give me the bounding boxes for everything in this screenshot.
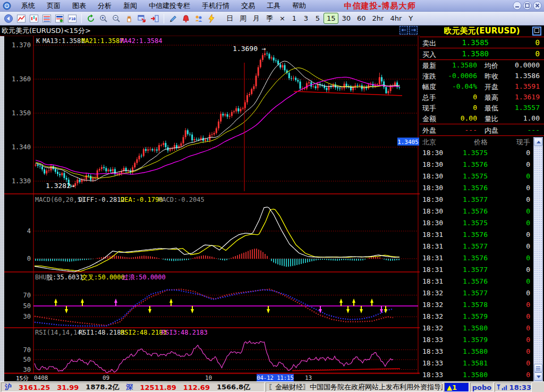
period-button-月[interactable]: 月 <box>250 12 263 25</box>
period-button-周[interactable]: 周 <box>236 12 250 25</box>
tick-row[interactable]: 18:301.35750 <box>420 171 544 182</box>
menu-item[interactable]: 页面 <box>41 0 66 12</box>
quote-label: 最低 <box>484 104 498 113</box>
period-button-60[interactable]: 60 <box>354 13 369 24</box>
left-border-strip <box>0 36 4 381</box>
quote-board-icon <box>55 14 64 23</box>
tick-row[interactable]: 18:321.35780 <box>420 299 544 311</box>
toolbar-zoom-out-button[interactable] <box>110 13 123 24</box>
tick-row[interactable]: 18:321.35800 <box>420 322 544 334</box>
menu-item[interactable]: 交易 <box>235 0 261 12</box>
toolbar-refresh-button[interactable] <box>84 13 97 24</box>
menu-item[interactable]: 帮助 <box>286 0 312 12</box>
menu-item[interactable]: 分析 <box>92 0 117 12</box>
menu-item[interactable]: 中信建投专栏 <box>143 0 196 12</box>
tick-price: 1.3576 <box>450 231 488 238</box>
quote-value: 1.3557 <box>497 104 540 112</box>
outer-inner-row: 外盘 --- 内盘 --- <box>420 125 544 135</box>
tick-row[interactable]: 18:331.35790 <box>420 334 544 346</box>
tick-price: 1.3581 <box>450 359 488 367</box>
toolbar-flash-button[interactable] <box>205 13 218 24</box>
quote-label: 昨收 <box>484 72 498 81</box>
panel-restore-icon[interactable] <box>532 27 541 36</box>
period-button-季[interactable]: 季 <box>263 12 276 25</box>
tick-row[interactable]: 18:331.35810 <box>420 357 544 369</box>
period-button-30[interactable]: 30 <box>338 13 354 24</box>
period-button-×[interactable]: × <box>276 13 288 24</box>
toolbar-hand-button[interactable] <box>123 13 135 24</box>
tick-row[interactable]: 18:301.35750 <box>420 217 544 229</box>
toolbar-alarm-button[interactable] <box>180 13 192 24</box>
index-ticker-section: 沪 3161.25 31.99 1878.2亿 深 12511.89 112.6… <box>1 382 265 392</box>
prev-page-icon[interactable]: ← <box>400 26 408 35</box>
toolbar-zoom-in-button[interactable] <box>97 13 110 24</box>
toolbar-jump-panel-button[interactable] <box>148 13 161 24</box>
alert-badge[interactable]: ▲1 <box>444 382 469 392</box>
tick-row[interactable]: 18:301.35770 <box>420 194 544 206</box>
toolbar-back-button[interactable] <box>2 13 15 24</box>
period-button-2hr[interactable]: 2hr <box>369 13 387 24</box>
tick-row[interactable]: 18:331.35800 <box>420 346 544 357</box>
scroll-menu-icon[interactable] <box>534 364 542 372</box>
toolbar-f10-button[interactable]: F10 <box>66 13 79 24</box>
tick-row[interactable]: 18:301.35760 <box>420 182 544 194</box>
period-button-1[interactable]: 1 <box>288 13 300 24</box>
tick-row[interactable]: 18:311.35760 <box>420 252 544 264</box>
minimize-button[interactable] <box>513 1 522 10</box>
quote-row: 总手0最高1.3619 <box>420 92 544 103</box>
tick-row[interactable]: 18:311.35770 <box>420 241 544 252</box>
tick-row[interactable]: 18:311.35760 <box>420 229 544 241</box>
outer-label: 外盘 <box>422 126 436 135</box>
tick-row[interactable]: 18:321.35770 <box>420 287 544 299</box>
tick-scrollbar[interactable] <box>533 137 543 381</box>
close-button[interactable] <box>533 1 542 10</box>
tick-col-price: 价格 <box>450 138 488 147</box>
tick-row[interactable]: 18:301.35760 <box>420 206 544 217</box>
menu-item[interactable]: 图表 <box>66 0 92 12</box>
tick-row[interactable]: 18:311.35770 <box>420 264 544 276</box>
period-button-4hr[interactable]: 4hr <box>387 13 405 24</box>
tick-row[interactable]: 18:321.35790 <box>420 311 544 322</box>
menu-item[interactable]: 工具 <box>261 0 286 12</box>
toolbar-window-switch-button[interactable] <box>135 13 148 24</box>
toolbar-users-button[interactable] <box>192 13 205 24</box>
toolbar-quote-list-button[interactable] <box>40 13 53 24</box>
svg-text:BHU: BHU <box>35 274 47 281</box>
period-button-3[interactable]: 3 <box>300 13 312 24</box>
scroll-up-icon[interactable] <box>534 138 542 146</box>
period-button-5[interactable]: 5 <box>312 13 324 24</box>
news-ticker[interactable]: 〖金融财经〗中国国务院在政府网站上发布利用外资指导原则 <box>266 382 443 392</box>
toolbar-line-chart-button[interactable] <box>15 13 28 24</box>
tick-row[interactable]: 18:311.35760 <box>420 276 544 287</box>
next-page-icon[interactable]: → <box>409 26 418 35</box>
tick-time: 18:31 <box>422 277 443 285</box>
toolbar-candle-chart-button[interactable] <box>28 13 40 24</box>
buy-row[interactable]: 买入 1.3580 0 <box>420 48 544 60</box>
sell-row[interactable]: 卖出 1.3585 0 <box>420 37 544 48</box>
quote-value: 0 <box>439 93 477 101</box>
menu-item[interactable]: 手机行情 <box>196 0 235 12</box>
sh-label: 沪 <box>5 382 12 392</box>
svg-text:1.370: 1.370 <box>12 41 31 49</box>
period-button-日[interactable]: 日 <box>223 12 236 25</box>
menu-item[interactable]: 新闻 <box>117 0 143 12</box>
menu-item[interactable]: 系统 <box>15 0 41 12</box>
tick-row[interactable]: 18:331.35800 <box>420 369 544 381</box>
period-button-15[interactable]: 15 <box>324 13 339 24</box>
scroll-down-icon[interactable] <box>534 372 542 381</box>
restore-button[interactable] <box>523 1 532 10</box>
period-button-Y[interactable]: Y <box>405 13 416 24</box>
tick-row[interactable]: 18:301.35750 <box>420 147 544 159</box>
svg-text:过浪:50.0000: 过浪:50.0000 <box>122 274 166 281</box>
toolbar-draw-button[interactable] <box>167 13 180 24</box>
news-text: 〖金融财经〗中国国务院在政府网站上发布利用外资指导原则 <box>268 382 443 392</box>
window-title: 中信建投-博易大师 <box>319 1 441 11</box>
tick-time: 18:32 <box>422 324 443 332</box>
toolbar-quote-board-button[interactable] <box>53 13 66 24</box>
svg-text:DEA:-0.1790: DEA:-0.1790 <box>121 196 163 203</box>
jump-panel-icon <box>150 14 159 23</box>
tick-time: 18:31 <box>422 254 443 262</box>
quote-row: 涨跌-0.0006昨收1.3586 <box>420 71 544 81</box>
tick-row[interactable]: 18:301.35760 <box>420 159 544 171</box>
chart-canvas[interactable]: 1.3701.3601.3501.3401.330407050307050301… <box>0 36 420 373</box>
